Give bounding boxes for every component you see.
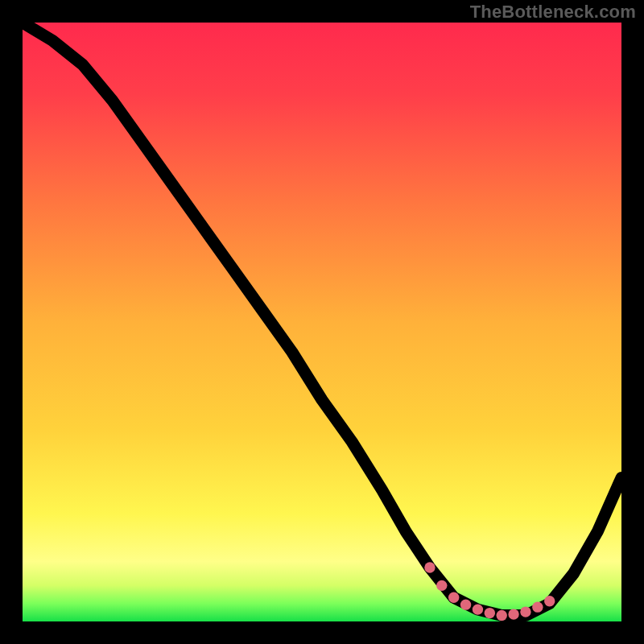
optimal-marker: [485, 608, 495, 618]
optimal-marker: [520, 606, 530, 617]
optimal-marker: [460, 599, 471, 609]
gradient-background: [23, 23, 621, 621]
watermark-text: TheBottleneck.com: [470, 2, 636, 23]
optimal-marker: [424, 562, 435, 572]
optimal-marker: [544, 596, 555, 606]
optimal-marker: [532, 601, 543, 612]
optimal-marker: [473, 604, 483, 614]
bottleneck-chart: [23, 23, 621, 621]
optimal-marker: [508, 609, 518, 619]
optimal-marker: [436, 580, 447, 591]
optimal-marker: [497, 610, 507, 621]
chart-frame: TheBottleneck.com: [0, 0, 644, 644]
optimal-marker: [448, 592, 459, 603]
